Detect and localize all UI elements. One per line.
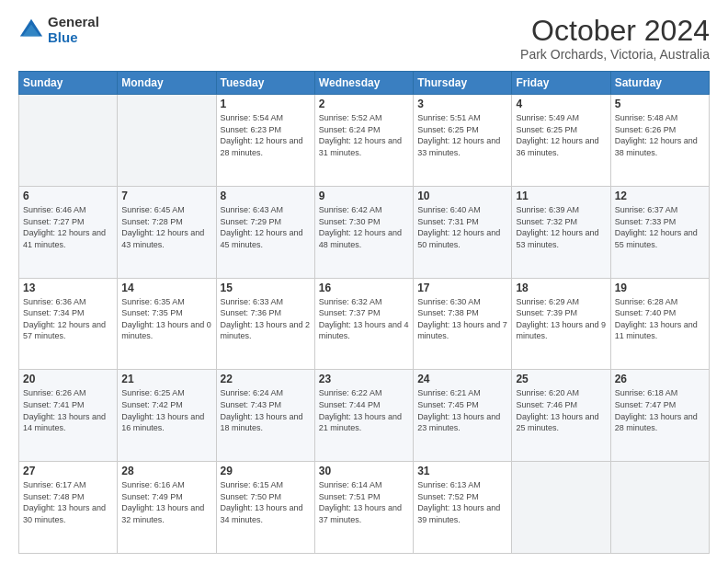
calendar-cell: 19Sunrise: 6:28 AMSunset: 7:40 PMDayligh…	[610, 278, 709, 370]
calendar-table: SundayMondayTuesdayWednesdayThursdayFrid…	[18, 71, 710, 554]
day-number: 7	[121, 190, 211, 202]
calendar-cell: 18Sunrise: 6:29 AMSunset: 7:39 PMDayligh…	[512, 278, 610, 370]
day-number: 3	[417, 98, 507, 110]
logo-blue-text: Blue	[48, 30, 99, 46]
logo-icon	[18, 17, 44, 43]
day-number: 29	[221, 465, 311, 477]
calendar-cell: 4Sunrise: 5:49 AMSunset: 6:25 PMDaylight…	[512, 95, 610, 187]
day-number: 18	[516, 282, 606, 294]
day-number: 30	[319, 465, 409, 477]
calendar-cell: 6Sunrise: 6:46 AMSunset: 7:27 PMDaylight…	[19, 186, 118, 278]
calendar-header-wednesday: Wednesday	[314, 72, 413, 95]
day-number: 2	[319, 98, 409, 110]
day-number: 20	[23, 373, 113, 385]
calendar-header-friday: Friday	[512, 72, 610, 95]
title-block: October 2024 Park Orchards, Victoria, Au…	[520, 15, 710, 62]
calendar-cell: 21Sunrise: 6:25 AMSunset: 7:42 PMDayligh…	[118, 370, 216, 462]
logo: General Blue	[18, 15, 99, 45]
day-info: Sunrise: 6:25 AMSunset: 7:42 PMDaylight:…	[121, 387, 211, 433]
day-number: 9	[319, 190, 409, 202]
day-info: Sunrise: 6:42 AMSunset: 7:30 PMDaylight:…	[319, 204, 409, 250]
day-info: Sunrise: 6:36 AMSunset: 7:34 PMDaylight:…	[23, 296, 113, 342]
day-info: Sunrise: 6:17 AMSunset: 7:48 PMDaylight:…	[23, 479, 113, 525]
calendar-cell: 11Sunrise: 6:39 AMSunset: 7:32 PMDayligh…	[512, 186, 610, 278]
day-number: 1	[221, 98, 311, 110]
day-info: Sunrise: 6:24 AMSunset: 7:43 PMDaylight:…	[221, 387, 311, 433]
day-number: 17	[417, 282, 507, 294]
day-info: Sunrise: 6:15 AMSunset: 7:50 PMDaylight:…	[221, 479, 311, 525]
calendar-cell: 12Sunrise: 6:37 AMSunset: 7:33 PMDayligh…	[610, 186, 709, 278]
calendar-cell: 30Sunrise: 6:14 AMSunset: 7:51 PMDayligh…	[314, 462, 413, 554]
calendar-cell: 10Sunrise: 6:40 AMSunset: 7:31 PMDayligh…	[414, 186, 512, 278]
page: General Blue October 2024 Park Orchards,…	[0, 0, 728, 563]
day-info: Sunrise: 6:30 AMSunset: 7:38 PMDaylight:…	[417, 296, 507, 342]
day-number: 19	[615, 282, 705, 294]
calendar-cell: 14Sunrise: 6:35 AMSunset: 7:35 PMDayligh…	[118, 278, 216, 370]
calendar-week-row: 20Sunrise: 6:26 AMSunset: 7:41 PMDayligh…	[19, 370, 710, 462]
day-number: 13	[23, 282, 113, 294]
calendar-header-sunday: Sunday	[19, 72, 118, 95]
day-info: Sunrise: 6:37 AMSunset: 7:33 PMDaylight:…	[615, 204, 705, 250]
calendar-cell: 2Sunrise: 5:52 AMSunset: 6:24 PMDaylight…	[314, 95, 413, 187]
day-info: Sunrise: 6:22 AMSunset: 7:44 PMDaylight:…	[319, 387, 409, 433]
day-info: Sunrise: 6:18 AMSunset: 7:47 PMDaylight:…	[615, 387, 705, 433]
day-info: Sunrise: 6:13 AMSunset: 7:52 PMDaylight:…	[417, 479, 507, 525]
calendar-cell	[19, 95, 118, 187]
calendar-cell: 29Sunrise: 6:15 AMSunset: 7:50 PMDayligh…	[216, 462, 314, 554]
calendar-week-row: 6Sunrise: 6:46 AMSunset: 7:27 PMDaylight…	[19, 186, 710, 278]
logo-general-text: General	[48, 15, 99, 30]
subtitle: Park Orchards, Victoria, Australia	[520, 47, 710, 62]
calendar-cell: 3Sunrise: 5:51 AMSunset: 6:25 PMDaylight…	[414, 95, 512, 187]
day-info: Sunrise: 6:32 AMSunset: 7:37 PMDaylight:…	[319, 296, 409, 342]
day-number: 5	[615, 98, 705, 110]
day-number: 28	[121, 465, 211, 477]
day-info: Sunrise: 5:49 AMSunset: 6:25 PMDaylight:…	[516, 112, 606, 158]
main-title: October 2024	[520, 15, 710, 47]
day-info: Sunrise: 6:43 AMSunset: 7:29 PMDaylight:…	[221, 204, 311, 250]
day-info: Sunrise: 6:26 AMSunset: 7:41 PMDaylight:…	[23, 387, 113, 433]
day-number: 31	[417, 465, 507, 477]
day-info: Sunrise: 5:51 AMSunset: 6:25 PMDaylight:…	[417, 112, 507, 158]
calendar-cell: 26Sunrise: 6:18 AMSunset: 7:47 PMDayligh…	[610, 370, 709, 462]
day-info: Sunrise: 6:29 AMSunset: 7:39 PMDaylight:…	[516, 296, 606, 342]
calendar-week-row: 1Sunrise: 5:54 AMSunset: 6:23 PMDaylight…	[19, 95, 710, 187]
calendar-cell: 27Sunrise: 6:17 AMSunset: 7:48 PMDayligh…	[19, 462, 118, 554]
calendar-header-row: SundayMondayTuesdayWednesdayThursdayFrid…	[19, 72, 710, 95]
calendar-cell: 16Sunrise: 6:32 AMSunset: 7:37 PMDayligh…	[314, 278, 413, 370]
calendar-cell: 22Sunrise: 6:24 AMSunset: 7:43 PMDayligh…	[216, 370, 314, 462]
day-info: Sunrise: 6:21 AMSunset: 7:45 PMDaylight:…	[417, 387, 507, 433]
calendar-cell: 28Sunrise: 6:16 AMSunset: 7:49 PMDayligh…	[118, 462, 216, 554]
day-info: Sunrise: 6:20 AMSunset: 7:46 PMDaylight:…	[516, 387, 606, 433]
calendar-header-tuesday: Tuesday	[216, 72, 314, 95]
calendar-header-monday: Monday	[118, 72, 216, 95]
day-number: 8	[221, 190, 311, 202]
calendar-cell: 13Sunrise: 6:36 AMSunset: 7:34 PMDayligh…	[19, 278, 118, 370]
calendar-cell: 31Sunrise: 6:13 AMSunset: 7:52 PMDayligh…	[414, 462, 512, 554]
day-number: 24	[417, 373, 507, 385]
day-info: Sunrise: 6:40 AMSunset: 7:31 PMDaylight:…	[417, 204, 507, 250]
day-number: 25	[516, 373, 606, 385]
calendar-cell: 25Sunrise: 6:20 AMSunset: 7:46 PMDayligh…	[512, 370, 610, 462]
calendar-cell: 8Sunrise: 6:43 AMSunset: 7:29 PMDaylight…	[216, 186, 314, 278]
day-info: Sunrise: 6:35 AMSunset: 7:35 PMDaylight:…	[121, 296, 211, 342]
calendar-cell	[610, 462, 709, 554]
day-number: 16	[319, 282, 409, 294]
calendar-cell	[118, 95, 216, 187]
logo-text: General Blue	[48, 15, 99, 45]
day-info: Sunrise: 5:54 AMSunset: 6:23 PMDaylight:…	[221, 112, 311, 158]
day-number: 23	[319, 373, 409, 385]
day-number: 6	[23, 190, 113, 202]
day-info: Sunrise: 6:39 AMSunset: 7:32 PMDaylight:…	[516, 204, 606, 250]
day-info: Sunrise: 6:46 AMSunset: 7:27 PMDaylight:…	[23, 204, 113, 250]
day-number: 15	[221, 282, 311, 294]
calendar-header-thursday: Thursday	[414, 72, 512, 95]
day-info: Sunrise: 6:14 AMSunset: 7:51 PMDaylight:…	[319, 479, 409, 525]
calendar-cell: 9Sunrise: 6:42 AMSunset: 7:30 PMDaylight…	[314, 186, 413, 278]
day-number: 14	[121, 282, 211, 294]
day-number: 12	[615, 190, 705, 202]
calendar-cell: 1Sunrise: 5:54 AMSunset: 6:23 PMDaylight…	[216, 95, 314, 187]
calendar-cell: 15Sunrise: 6:33 AMSunset: 7:36 PMDayligh…	[216, 278, 314, 370]
calendar-week-row: 13Sunrise: 6:36 AMSunset: 7:34 PMDayligh…	[19, 278, 710, 370]
calendar-header-saturday: Saturday	[610, 72, 709, 95]
day-info: Sunrise: 6:33 AMSunset: 7:36 PMDaylight:…	[221, 296, 311, 342]
